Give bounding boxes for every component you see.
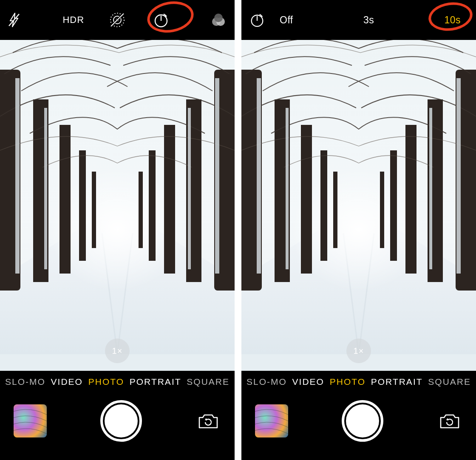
svg-rect-39 bbox=[380, 172, 384, 248]
svg-rect-37 bbox=[405, 125, 416, 274]
svg-rect-24 bbox=[215, 78, 219, 274]
zoom-button[interactable]: 1× bbox=[346, 339, 371, 363]
svg-rect-19 bbox=[164, 125, 175, 274]
camera-bottom-bar: SLO-MO VIDEO PHOTO PORTRAIT SQUARE bbox=[241, 371, 476, 460]
svg-line-5 bbox=[111, 14, 124, 26]
camera-modes-row[interactable]: SLO-MO VIDEO PHOTO PORTRAIT SQUARE bbox=[0, 371, 235, 389]
hdr-button[interactable]: HDR bbox=[62, 14, 84, 25]
svg-rect-26 bbox=[14, 404, 47, 437]
svg-rect-25 bbox=[188, 108, 191, 269]
svg-rect-22 bbox=[15, 78, 20, 274]
filters-icon[interactable] bbox=[210, 13, 227, 27]
camera-viewfinder[interactable]: 1× bbox=[0, 40, 235, 371]
timer-icon[interactable] bbox=[249, 12, 265, 28]
mode-photo[interactable]: PHOTO bbox=[86, 377, 127, 387]
mode-photo[interactable]: PHOTO bbox=[327, 377, 368, 387]
svg-rect-23 bbox=[44, 108, 47, 269]
svg-rect-15 bbox=[79, 150, 86, 261]
flip-camera-button[interactable] bbox=[196, 411, 221, 431]
mode-portrait[interactable]: PORTRAIT bbox=[368, 377, 425, 387]
viewfinder-scene bbox=[241, 40, 476, 354]
timer-icon[interactable] bbox=[153, 11, 170, 28]
svg-rect-38 bbox=[390, 150, 397, 261]
svg-rect-42 bbox=[456, 78, 461, 274]
svg-rect-14 bbox=[60, 125, 71, 274]
viewfinder-scene bbox=[0, 40, 235, 354]
mode-square[interactable]: SQUARE bbox=[184, 377, 232, 387]
camera-modes-row[interactable]: SLO-MO VIDEO PHOTO PORTRAIT SQUARE bbox=[241, 371, 476, 389]
svg-point-9 bbox=[214, 14, 223, 22]
shutter-button[interactable] bbox=[100, 400, 142, 442]
svg-rect-21 bbox=[139, 172, 143, 248]
svg-rect-43 bbox=[429, 108, 432, 269]
svg-rect-16 bbox=[92, 172, 96, 248]
mode-video[interactable]: VIDEO bbox=[290, 377, 327, 387]
mode-square[interactable]: SQUARE bbox=[425, 377, 473, 387]
flip-camera-button[interactable] bbox=[437, 411, 462, 431]
mode-portrait[interactable]: PORTRAIT bbox=[127, 377, 184, 387]
svg-rect-20 bbox=[149, 150, 156, 261]
timer-option-10s[interactable]: 10s bbox=[440, 14, 465, 26]
camera-bottom-bar: SLO-MO VIDEO PHOTO PORTRAIT SQUARE bbox=[0, 371, 235, 460]
camera-screen-right: Off 3s 10s bbox=[241, 0, 476, 460]
shutter-inner bbox=[105, 404, 138, 437]
svg-rect-44 bbox=[255, 404, 288, 437]
mode-slomo[interactable]: SLO-MO bbox=[244, 377, 289, 387]
shutter-inner bbox=[346, 404, 379, 437]
camera-screen-left: HDR bbox=[0, 0, 235, 460]
svg-rect-40 bbox=[257, 78, 261, 274]
shutter-button[interactable] bbox=[342, 400, 383, 442]
svg-rect-32 bbox=[301, 125, 312, 274]
last-photo-thumbnail[interactable] bbox=[14, 404, 47, 437]
mode-video[interactable]: VIDEO bbox=[48, 377, 85, 387]
flash-off-icon[interactable] bbox=[8, 12, 20, 28]
timer-option-off[interactable]: Off bbox=[275, 14, 298, 26]
zoom-button[interactable]: 1× bbox=[105, 339, 130, 363]
camera-top-toolbar: HDR bbox=[0, 0, 235, 40]
svg-rect-34 bbox=[333, 172, 337, 248]
mode-slomo[interactable]: SLO-MO bbox=[3, 377, 48, 387]
svg-rect-33 bbox=[320, 150, 327, 261]
live-photo-off-icon[interactable] bbox=[108, 11, 126, 29]
camera-viewfinder[interactable]: 1× bbox=[241, 40, 476, 371]
timer-option-3s[interactable]: 3s bbox=[359, 14, 378, 26]
timer-options-row: Off 3s 10s bbox=[275, 14, 468, 26]
camera-timer-toolbar: Off 3s 10s bbox=[241, 0, 476, 40]
last-photo-thumbnail[interactable] bbox=[255, 404, 288, 437]
svg-rect-41 bbox=[286, 108, 289, 269]
